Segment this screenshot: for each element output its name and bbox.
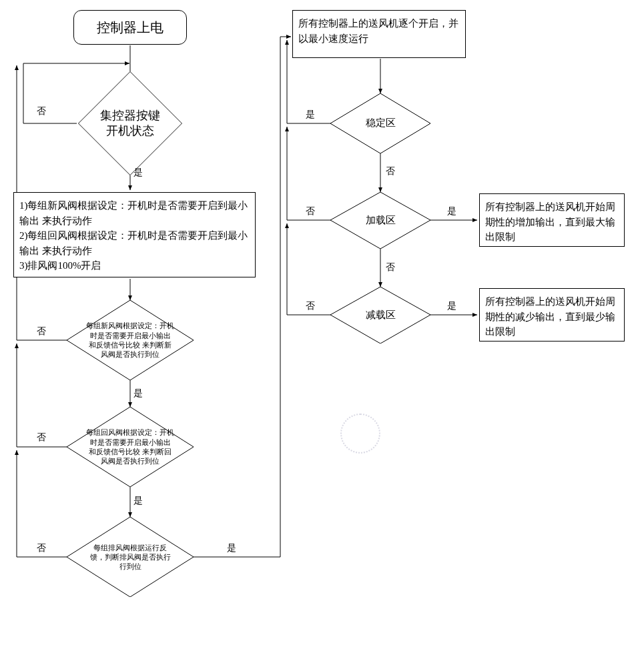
label-yes-3: 是 xyxy=(133,495,143,507)
label-yes-2: 是 xyxy=(133,388,143,400)
label-no-8: 否 xyxy=(306,300,315,312)
label-yes-1: 是 xyxy=(133,167,143,179)
node-key-status: 集控器按键 开机状态 xyxy=(87,80,174,167)
label-no-4: 否 xyxy=(37,542,46,554)
node-stable-zone: 稳定区 xyxy=(330,93,430,153)
valve-settings-label: 1)每组新风阀根据设定：开机时是否需要开启到最小输出 来执行动作 2)每组回风阀… xyxy=(19,198,250,273)
label-yes-4: 是 xyxy=(227,542,236,554)
node-power-on: 控制器上电 xyxy=(73,10,187,45)
label-no-5: 否 xyxy=(386,165,395,177)
node-load-zone: 加载区 xyxy=(330,192,430,249)
fan-start-label: 所有控制器上的送风机逐个开启，并以最小速度运行 xyxy=(298,16,460,46)
label-no-1: 否 xyxy=(37,105,46,117)
node-exhaust-valve-check: 每组排风阀根据运行反馈，判断排风阀是否执行行到位 xyxy=(67,517,194,597)
node-increase-output: 所有控制器上的送风机开始周期性的增加输出，直到最大输出限制 xyxy=(479,193,625,247)
fresh-valve-check-label: 每组新风阀根据设定：开机时是否需要开启最小输出 和反馈信号比较 来判断新风阀是否… xyxy=(67,300,194,380)
label-no-2: 否 xyxy=(37,325,46,338)
unload-zone-label: 减载区 xyxy=(330,287,430,344)
decrease-output-label: 所有控制器上的送风机开始周期性的减少输出，直到最少输出限制 xyxy=(485,294,619,340)
node-unload-zone: 减载区 xyxy=(330,287,430,344)
node-return-valve-check: 每组回风阀根据设定：开机时是否需要开启最小输出 和反馈信号比较 来判断回风阀是否… xyxy=(67,407,194,487)
label-no-7: 否 xyxy=(386,261,395,273)
node-fresh-valve-check: 每组新风阀根据设定：开机时是否需要开启最小输出 和反馈信号比较 来判断新风阀是否… xyxy=(67,300,194,380)
exhaust-valve-check-label: 每组排风阀根据运行反馈，判断排风阀是否执行行到位 xyxy=(67,517,194,597)
increase-output-label: 所有控制器上的送风机开始周期性的增加输出，直到最大输出限制 xyxy=(485,199,619,245)
key-status-label: 集控器按键 开机状态 xyxy=(87,80,174,167)
label-yes-7: 是 xyxy=(447,300,456,312)
load-zone-label: 加载区 xyxy=(330,192,430,249)
label-yes-5: 是 xyxy=(306,109,315,121)
label-yes-6: 是 xyxy=(447,205,456,217)
node-fan-start: 所有控制器上的送风机逐个开启，并以最小速度运行 xyxy=(292,10,466,58)
return-valve-check-label: 每组回风阀根据设定：开机时是否需要开启最小输出 和反馈信号比较 来判断回风阀是否… xyxy=(67,407,194,487)
node-valve-settings: 1)每组新风阀根据设定：开机时是否需要开启到最小输出 来执行动作 2)每组回风阀… xyxy=(13,192,256,277)
watermark-icon xyxy=(340,414,380,454)
label-no-3: 否 xyxy=(37,432,46,444)
node-decrease-output: 所有控制器上的送风机开始周期性的减少输出，直到最少输出限制 xyxy=(479,288,625,342)
stable-zone-label: 稳定区 xyxy=(330,93,430,153)
power-on-label: 控制器上电 xyxy=(97,19,164,37)
label-no-6: 否 xyxy=(306,205,315,217)
